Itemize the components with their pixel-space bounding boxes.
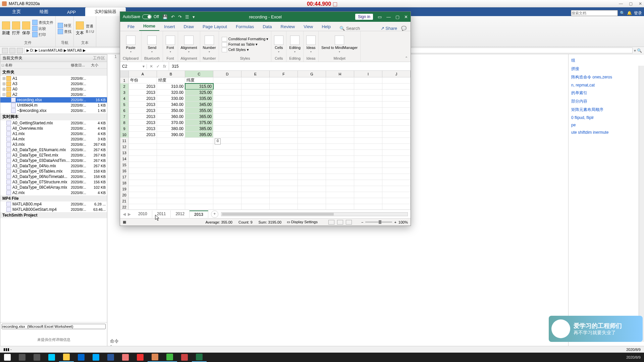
find-files-button[interactable]: 查找文件 <box>39 20 53 25</box>
cell-I8[interactable] <box>354 120 382 126</box>
cell-C11[interactable] <box>185 138 213 144</box>
snagit-button[interactable] <box>118 353 133 362</box>
col-name[interactable]: 名称 <box>5 63 12 67</box>
camtasia-button[interactable] <box>162 353 177 362</box>
autosave-toggle[interactable] <box>142 14 152 19</box>
cell-B9[interactable]: 380.00 <box>157 126 185 132</box>
file-row[interactable]: A1.mlx2020/8/...4 KB <box>0 131 107 136</box>
cell-G17[interactable] <box>298 174 326 180</box>
excel-tab-review[interactable]: Review <box>277 22 299 31</box>
cell-I17[interactable] <box>354 174 382 180</box>
cell-C7[interactable]: 365.00 <box>185 114 213 120</box>
cell-C1[interactable]: 纬度 <box>185 77 213 83</box>
cell-G22[interactable] <box>298 204 326 209</box>
name-box[interactable]: C2 <box>122 64 127 69</box>
file-row[interactable]: A3_DataType_04No.mlx2020/8/...267 KB <box>0 163 107 169</box>
cell-A8[interactable]: 2013 <box>129 120 157 126</box>
cell-I12[interactable] <box>354 144 382 150</box>
cell-C10[interactable]: 395.00 <box>185 132 213 138</box>
cell-B1[interactable]: 经度 <box>157 77 185 83</box>
cell-C6[interactable]: 355.00 <box>185 108 213 114</box>
outline-item[interactable]: 阵构造命令 ones,zeros <box>571 73 642 81</box>
cell-I2[interactable] <box>354 83 382 89</box>
tab-apps[interactable]: APP <box>58 8 85 16</box>
cell-F9[interactable] <box>270 126 298 132</box>
row-header[interactable]: 16 <box>120 168 129 174</box>
cell-A14[interactable] <box>129 156 157 162</box>
cell-B18[interactable] <box>157 180 185 186</box>
cell-E12[interactable] <box>241 144 270 150</box>
cell-I6[interactable] <box>354 108 382 114</box>
sheet-nav-first-icon[interactable]: ◀ <box>123 212 126 217</box>
login-link[interactable]: 登录 <box>634 10 642 16</box>
search-label[interactable]: Search <box>346 26 360 31</box>
cell-J7[interactable] <box>382 114 411 120</box>
excel-tab-page-layout[interactable]: Page Layout <box>199 22 231 31</box>
search-button[interactable] <box>15 353 30 362</box>
cell-E9[interactable] <box>241 126 270 132</box>
cell-I5[interactable] <box>354 102 382 108</box>
cell-G13[interactable] <box>298 150 326 156</box>
search-icon[interactable]: 🔍 <box>620 11 625 15</box>
cell-J22[interactable] <box>382 204 411 209</box>
cell-I18[interactable] <box>354 180 382 186</box>
cell-E6[interactable] <box>241 108 270 114</box>
workspace-tab[interactable]: 工作区 <box>93 55 105 61</box>
cell-E10[interactable] <box>241 132 270 138</box>
cell-H20[interactable] <box>326 192 354 198</box>
cell-D15[interactable] <box>213 162 241 168</box>
cell-C19[interactable] <box>185 186 213 192</box>
cell-G11[interactable] <box>298 138 326 144</box>
cell-A20[interactable] <box>129 192 157 198</box>
cell-E13[interactable] <box>241 150 270 156</box>
cell-E21[interactable] <box>241 198 270 204</box>
cell-H15[interactable] <box>326 162 354 168</box>
cell-D17[interactable] <box>213 174 241 180</box>
save-icon[interactable] <box>22 21 30 29</box>
file-row[interactable]: A0_GettingStarted.mlx2020/8/...4 KB <box>0 120 107 126</box>
cell-F10[interactable] <box>270 132 298 138</box>
cell-J14[interactable] <box>382 156 411 162</box>
cell-J15[interactable] <box>382 162 411 168</box>
ideas-button[interactable]: Ideas▾ <box>306 36 316 53</box>
excel-tab-data[interactable]: Data <box>259 22 276 31</box>
cell-H19[interactable] <box>326 186 354 192</box>
cell-F3[interactable] <box>270 89 298 96</box>
cell-D8[interactable] <box>213 120 241 126</box>
zoom-slider[interactable] <box>365 222 392 223</box>
zoom-out-button[interactable]: − <box>361 220 363 224</box>
cell-J11[interactable] <box>382 138 411 144</box>
cell-E14[interactable] <box>241 156 270 162</box>
cell-J12[interactable] <box>382 144 411 150</box>
outline-item[interactable]: ute shiftdim inermute <box>571 129 642 136</box>
cell-C21[interactable] <box>185 198 213 204</box>
cell-I13[interactable] <box>354 150 382 156</box>
cell-E2[interactable] <box>241 83 270 89</box>
file-row[interactable]: All_Overview.mlx2020/8/...4 KB <box>0 126 107 131</box>
file-tree[interactable]: 文件夹⊞A12020/8/...⊞A32020/8/...⊞A02020/8/.… <box>0 69 107 322</box>
cell-G10[interactable] <box>298 132 326 138</box>
cell-E8[interactable] <box>241 120 270 126</box>
cell-I4[interactable] <box>354 96 382 102</box>
cell-H10[interactable] <box>326 132 354 138</box>
cell-I14[interactable] <box>354 156 382 162</box>
sheet-tab-2011[interactable]: 2011 <box>152 210 171 218</box>
cell-J16[interactable] <box>382 168 411 174</box>
cell-A15[interactable] <box>129 162 157 168</box>
excel-minimize-button[interactable]: — <box>386 14 391 19</box>
cell-H7[interactable] <box>326 114 354 120</box>
cell-G3[interactable] <box>298 89 326 96</box>
enter-formula-icon[interactable]: ✓ <box>156 64 160 69</box>
cell-H12[interactable] <box>326 144 354 150</box>
cell-G5[interactable] <box>298 102 326 108</box>
row-header[interactable]: 9 <box>120 126 129 132</box>
cell-H17[interactable] <box>326 174 354 180</box>
cell-I20[interactable] <box>354 192 382 198</box>
cell-J13[interactable] <box>382 150 411 156</box>
cell-C5[interactable]: 345.00 <box>185 102 213 108</box>
excel-tab-formulas[interactable]: Formulas <box>232 22 258 31</box>
cell-H14[interactable] <box>326 156 354 162</box>
save-icon[interactable]: 💾 <box>162 14 168 19</box>
cell-E4[interactable] <box>241 96 270 102</box>
cell-C4[interactable]: 335.00 <box>185 96 213 102</box>
